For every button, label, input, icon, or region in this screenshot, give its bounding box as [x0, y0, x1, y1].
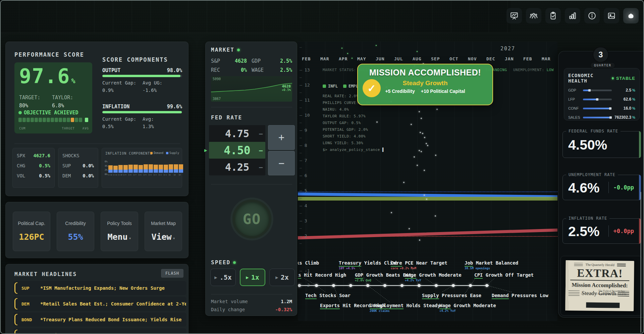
demand-segment — [123, 165, 128, 170]
advisors-icon[interactable] — [526, 8, 541, 23]
ic-bar: Q-1 — [164, 165, 168, 176]
ic-x-label: Q1 — [169, 174, 172, 176]
y-axis-minor-tick: – — [300, 120, 302, 125]
chart-stat-line: SHORT YIELD: 4.00% — [323, 134, 366, 138]
slider-handle[interactable] — [596, 98, 598, 101]
supply-segment — [169, 169, 173, 173]
flash-button[interactable]: FLASH — [161, 269, 183, 278]
x-axis-month-label: DEC — [486, 56, 495, 61]
gallery-icon[interactable] — [604, 8, 619, 23]
supply-segment — [149, 169, 153, 173]
headline-row[interactable]: DEM*Services PMI Expands; New Orders Str… — [13, 328, 186, 334]
market-monitor-icon[interactable] — [506, 8, 522, 23]
rate-increase-button[interactable]: + — [268, 125, 295, 150]
ic-bar: Q1 — [169, 164, 173, 176]
slider-handle[interactable] — [609, 116, 612, 119]
supply-segment — [123, 170, 128, 173]
supply-segment — [108, 170, 113, 173]
performance-cell — [79, 118, 82, 122]
ic-x-label: Q-12 — [108, 174, 112, 176]
chart-stat-line: OUTPUT GAP: 0.5% — [323, 121, 361, 125]
performance-cell — [31, 118, 34, 122]
daily-change-row: Daily change-0.32% — [211, 307, 292, 312]
timeline-event-dot — [418, 284, 421, 287]
chevron-down-icon: ▾ — [129, 236, 131, 241]
demand-segment — [179, 164, 183, 169]
slider-track[interactable] — [583, 90, 612, 91]
headline-row[interactable]: DEM*Retail Sales Beat Est.; Consumer Con… — [13, 297, 186, 311]
play-icon: ▶ — [246, 275, 249, 280]
headlines-panel: MARKET HEADLINES FLASH SUP*ISM Manufactu… — [5, 264, 189, 334]
y-axis-label: —3 — [300, 218, 307, 223]
ic-bar: Q-2 — [159, 165, 163, 176]
slider-track[interactable] — [583, 108, 612, 109]
headline-rule — [570, 280, 629, 281]
ic-x-label: Q-3 — [154, 174, 157, 176]
speed-1x-button[interactable]: ▶1x — [240, 269, 265, 286]
legend-swatch-icon — [166, 152, 168, 154]
slider-label: GDP — [568, 88, 583, 92]
scatter-dot — [424, 137, 425, 138]
card-accent — [639, 131, 641, 158]
chart-stat-line: POTENTIAL GDP: 2.0% — [323, 127, 368, 132]
health-slider-lfp: LFP62.6% — [568, 97, 635, 102]
legend-item: Supply — [166, 152, 179, 155]
scatter-dot — [419, 239, 420, 241]
slider-handle[interactable] — [588, 89, 591, 92]
resource-card-market-map[interactable]: Market MapView▾ — [145, 212, 182, 251]
speed-2x-button[interactable]: ▶2x — [269, 269, 295, 286]
divider — [14, 144, 180, 144]
fed-rate-steppers: + − — [268, 125, 295, 175]
event-annotation: Tech Stocks Soar — [305, 293, 351, 298]
headline-text: *Treasury Plans Reduced Bond Issuance; Y… — [40, 317, 186, 322]
scrollbar[interactable] — [640, 192, 641, 333]
inflation-bar — [102, 111, 182, 113]
fed-rate-option-current[interactable]: ▶4.50– — [209, 142, 265, 159]
newspaper-card[interactable]: The Quarterly Herald EXTRA! Mission Acco… — [560, 256, 642, 316]
demand-segment — [159, 165, 163, 169]
target-taylor-labels: TARGET:TAYLOR: — [19, 95, 40, 101]
score-components-title: SCORE COMPONENTS — [102, 56, 168, 63]
performance-panel: PERFORMANCE SCORE 97.6 % TARGET:TAYLOR: … — [5, 42, 189, 196]
ic-bar: Q-8 — [128, 165, 133, 176]
chart-status-label: UNEMPLOYMENT: LOW — [513, 68, 554, 72]
scatter-dot — [424, 194, 425, 196]
slider-track[interactable] — [583, 117, 612, 118]
slider-track[interactable] — [583, 99, 612, 100]
resources-panel: Political Cap.126PCCredibility55%Policy … — [5, 202, 189, 258]
y-axis-minor-tick: – — [300, 241, 302, 245]
speed-half-button[interactable]: ▶.5x — [210, 269, 236, 286]
info-icon[interactable] — [584, 8, 600, 23]
event-annotation: Unemployment Holds Steady200K claims — [370, 303, 440, 313]
quarter-label: QUARTER — [590, 62, 615, 68]
headline-text: *ISM Manufacturing Expands; New Orders S… — [40, 285, 186, 291]
scatter-dot — [414, 156, 415, 158]
go-button[interactable]: GO — [232, 200, 271, 238]
scatter-dot — [419, 150, 420, 151]
headline-tag: DEM — [21, 301, 40, 307]
fed-rate-option-lower[interactable]: 4.25– — [209, 159, 265, 175]
performance-cell — [39, 118, 42, 122]
briefings-icon[interactable] — [545, 8, 561, 23]
performance-cells — [18, 118, 88, 122]
headline-text: *Retail Sales Beat Est.; Consumer Confid… — [40, 301, 186, 307]
ic-bar: Q-9 — [123, 165, 128, 176]
output-gap-values: 0.9%-1.6% — [102, 88, 182, 93]
ic-x-label: Q-4 — [149, 174, 152, 176]
timeline-event-dot — [315, 284, 318, 287]
fed-rate-option-upper[interactable]: 4.75– — [209, 125, 265, 142]
scatter-dot — [421, 118, 422, 119]
headline-row[interactable]: BOND*Treasury Plans Reduced Bond Issuanc… — [13, 313, 186, 327]
y-axis-minor-tick: – — [300, 211, 302, 215]
statistics-icon[interactable] — [565, 8, 580, 23]
resource-label: Political Cap. — [13, 221, 50, 226]
rate-decrease-button[interactable]: − — [268, 151, 295, 176]
assistant-icon[interactable] — [623, 8, 639, 23]
slider-handle[interactable] — [609, 107, 611, 110]
scatter-dot — [435, 215, 436, 217]
headline-row[interactable]: SUP*ISM Manufacturing Expands; New Order… — [13, 281, 186, 295]
chart-stat-line: NAIRU: 4.0% — [323, 107, 349, 112]
resource-card-policy-tools[interactable]: Policy ToolsMenu▾ — [101, 212, 138, 251]
ic-x-label: Q-10 — [118, 174, 122, 176]
headline-bracket-icon — [14, 314, 17, 325]
